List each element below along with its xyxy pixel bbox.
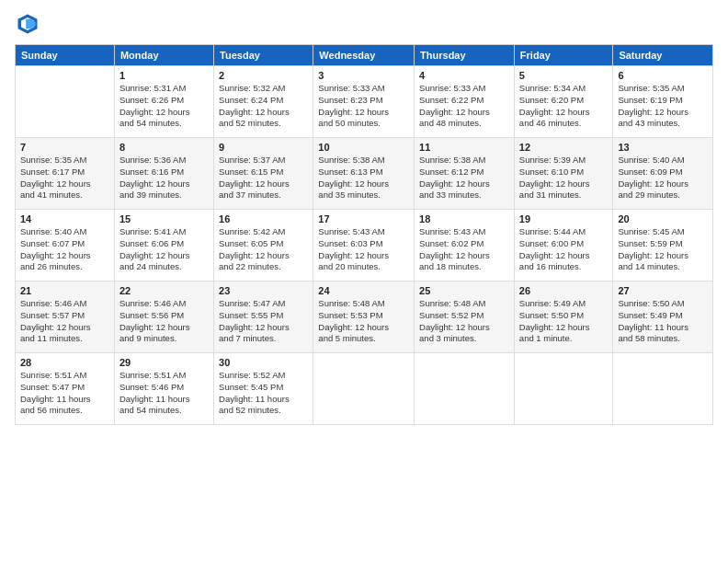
day-number: 24 (318, 285, 409, 296)
calendar-cell: 10Sunrise: 5:38 AM Sunset: 6:13 PM Dayli… (313, 138, 415, 210)
day-info: Sunrise: 5:32 AM Sunset: 6:24 PM Dayligh… (219, 83, 308, 130)
day-number: 27 (618, 285, 708, 296)
day-info: Sunrise: 5:51 AM Sunset: 5:47 PM Dayligh… (20, 370, 109, 417)
calendar-header-cell: Tuesday (214, 45, 313, 66)
day-number: 23 (219, 285, 308, 296)
day-number: 29 (119, 357, 209, 368)
day-number: 18 (419, 213, 509, 224)
day-info: Sunrise: 5:38 AM Sunset: 6:12 PM Dayligh… (419, 155, 509, 201)
day-number: 13 (618, 142, 708, 153)
day-info: Sunrise: 5:35 AM Sunset: 6:19 PM Dayligh… (618, 83, 708, 130)
calendar-cell: 23Sunrise: 5:47 AM Sunset: 5:55 PM Dayli… (214, 282, 313, 353)
day-number: 3 (318, 70, 409, 81)
day-number: 26 (519, 285, 609, 296)
calendar-cell: 24Sunrise: 5:48 AM Sunset: 5:53 PM Dayli… (313, 282, 415, 353)
calendar-cell: 17Sunrise: 5:43 AM Sunset: 6:03 PM Dayli… (313, 210, 415, 282)
day-info: Sunrise: 5:33 AM Sunset: 6:22 PM Dayligh… (419, 83, 509, 130)
calendar-cell (415, 353, 515, 425)
day-number: 1 (119, 70, 209, 81)
calendar-cell: 7Sunrise: 5:35 AM Sunset: 6:17 PM Daylig… (16, 138, 115, 210)
day-info: Sunrise: 5:46 AM Sunset: 5:57 PM Dayligh… (20, 298, 109, 345)
calendar-week-row: 14Sunrise: 5:40 AM Sunset: 6:07 PM Dayli… (16, 210, 713, 282)
calendar-week-row: 28Sunrise: 5:51 AM Sunset: 5:47 PM Dayli… (16, 353, 713, 425)
day-info: Sunrise: 5:33 AM Sunset: 6:23 PM Dayligh… (318, 83, 409, 130)
calendar-cell: 29Sunrise: 5:51 AM Sunset: 5:46 PM Dayli… (114, 353, 213, 425)
calendar-table: SundayMondayTuesdayWednesdayThursdayFrid… (15, 44, 713, 425)
day-info: Sunrise: 5:41 AM Sunset: 6:06 PM Dayligh… (119, 226, 209, 273)
calendar-cell: 5Sunrise: 5:34 AM Sunset: 6:20 PM Daylig… (514, 66, 613, 138)
day-number: 30 (219, 357, 308, 368)
calendar-week-row: 21Sunrise: 5:46 AM Sunset: 5:57 PM Dayli… (16, 282, 713, 353)
calendar-cell: 26Sunrise: 5:49 AM Sunset: 5:50 PM Dayli… (514, 282, 613, 353)
day-number: 15 (119, 213, 209, 224)
calendar-cell (16, 66, 115, 138)
day-info: Sunrise: 5:36 AM Sunset: 6:16 PM Dayligh… (119, 155, 209, 201)
calendar-cell (313, 353, 415, 425)
day-info: Sunrise: 5:37 AM Sunset: 6:15 PM Dayligh… (219, 155, 308, 201)
day-info: Sunrise: 5:44 AM Sunset: 6:00 PM Dayligh… (519, 226, 609, 273)
day-number: 12 (519, 142, 609, 153)
day-info: Sunrise: 5:40 AM Sunset: 6:09 PM Dayligh… (618, 155, 708, 201)
logo (15, 11, 44, 37)
day-number: 10 (318, 142, 409, 153)
calendar-cell: 25Sunrise: 5:48 AM Sunset: 5:52 PM Dayli… (415, 282, 515, 353)
day-info: Sunrise: 5:35 AM Sunset: 6:17 PM Dayligh… (20, 155, 109, 201)
calendar-cell: 15Sunrise: 5:41 AM Sunset: 6:06 PM Dayli… (114, 210, 213, 282)
calendar-cell: 20Sunrise: 5:45 AM Sunset: 5:59 PM Dayli… (613, 210, 713, 282)
day-info: Sunrise: 5:42 AM Sunset: 6:05 PM Dayligh… (219, 226, 308, 273)
day-info: Sunrise: 5:48 AM Sunset: 5:52 PM Dayligh… (419, 298, 509, 345)
calendar-cell: 3Sunrise: 5:33 AM Sunset: 6:23 PM Daylig… (313, 66, 415, 138)
logo-icon (15, 11, 40, 37)
calendar-header-cell: Monday (114, 45, 213, 66)
day-number: 21 (20, 285, 109, 296)
day-number: 20 (618, 213, 708, 224)
calendar-week-row: 1Sunrise: 5:31 AM Sunset: 6:26 PM Daylig… (16, 66, 713, 138)
day-number: 19 (519, 213, 609, 224)
calendar-cell: 8Sunrise: 5:36 AM Sunset: 6:16 PM Daylig… (114, 138, 213, 210)
calendar-header-cell: Sunday (16, 45, 115, 66)
calendar-cell: 6Sunrise: 5:35 AM Sunset: 6:19 PM Daylig… (613, 66, 713, 138)
page-container: SundayMondayTuesdayWednesdayThursdayFrid… (0, 0, 728, 436)
calendar-cell: 27Sunrise: 5:50 AM Sunset: 5:49 PM Dayli… (613, 282, 713, 353)
calendar-header-cell: Wednesday (313, 45, 415, 66)
calendar-body: 1Sunrise: 5:31 AM Sunset: 6:26 PM Daylig… (16, 66, 713, 425)
day-number: 16 (219, 213, 308, 224)
calendar-cell: 14Sunrise: 5:40 AM Sunset: 6:07 PM Dayli… (16, 210, 115, 282)
day-info: Sunrise: 5:43 AM Sunset: 6:03 PM Dayligh… (318, 226, 409, 273)
day-info: Sunrise: 5:48 AM Sunset: 5:53 PM Dayligh… (318, 298, 409, 345)
calendar-cell (514, 353, 613, 425)
calendar-header-cell: Saturday (613, 45, 713, 66)
day-number: 22 (119, 285, 209, 296)
day-number: 9 (219, 142, 308, 153)
calendar-cell: 16Sunrise: 5:42 AM Sunset: 6:05 PM Dayli… (214, 210, 313, 282)
calendar-cell: 28Sunrise: 5:51 AM Sunset: 5:47 PM Dayli… (16, 353, 115, 425)
day-info: Sunrise: 5:49 AM Sunset: 5:50 PM Dayligh… (519, 298, 609, 345)
day-number: 5 (519, 70, 609, 81)
calendar-cell: 18Sunrise: 5:43 AM Sunset: 6:02 PM Dayli… (415, 210, 515, 282)
calendar-cell: 2Sunrise: 5:32 AM Sunset: 6:24 PM Daylig… (214, 66, 313, 138)
calendar-cell: 19Sunrise: 5:44 AM Sunset: 6:00 PM Dayli… (514, 210, 613, 282)
day-number: 4 (419, 70, 509, 81)
day-info: Sunrise: 5:38 AM Sunset: 6:13 PM Dayligh… (318, 155, 409, 201)
header (15, 11, 713, 37)
calendar-cell: 13Sunrise: 5:40 AM Sunset: 6:09 PM Dayli… (613, 138, 713, 210)
day-info: Sunrise: 5:31 AM Sunset: 6:26 PM Dayligh… (119, 83, 209, 130)
calendar-week-row: 7Sunrise: 5:35 AM Sunset: 6:17 PM Daylig… (16, 138, 713, 210)
day-info: Sunrise: 5:50 AM Sunset: 5:49 PM Dayligh… (618, 298, 708, 345)
day-number: 14 (20, 213, 109, 224)
calendar-cell: 4Sunrise: 5:33 AM Sunset: 6:22 PM Daylig… (415, 66, 515, 138)
day-number: 8 (119, 142, 209, 153)
day-number: 7 (20, 142, 109, 153)
day-info: Sunrise: 5:45 AM Sunset: 5:59 PM Dayligh… (618, 226, 708, 273)
calendar-cell: 1Sunrise: 5:31 AM Sunset: 6:26 PM Daylig… (114, 66, 213, 138)
day-info: Sunrise: 5:46 AM Sunset: 5:56 PM Dayligh… (119, 298, 209, 345)
day-number: 28 (20, 357, 109, 368)
day-info: Sunrise: 5:47 AM Sunset: 5:55 PM Dayligh… (219, 298, 308, 345)
calendar-cell: 21Sunrise: 5:46 AM Sunset: 5:57 PM Dayli… (16, 282, 115, 353)
calendar-header-row: SundayMondayTuesdayWednesdayThursdayFrid… (16, 45, 713, 66)
day-info: Sunrise: 5:34 AM Sunset: 6:20 PM Dayligh… (519, 83, 609, 130)
day-info: Sunrise: 5:52 AM Sunset: 5:45 PM Dayligh… (219, 370, 308, 417)
day-number: 11 (419, 142, 509, 153)
day-number: 17 (318, 213, 409, 224)
calendar-cell: 11Sunrise: 5:38 AM Sunset: 6:12 PM Dayli… (415, 138, 515, 210)
